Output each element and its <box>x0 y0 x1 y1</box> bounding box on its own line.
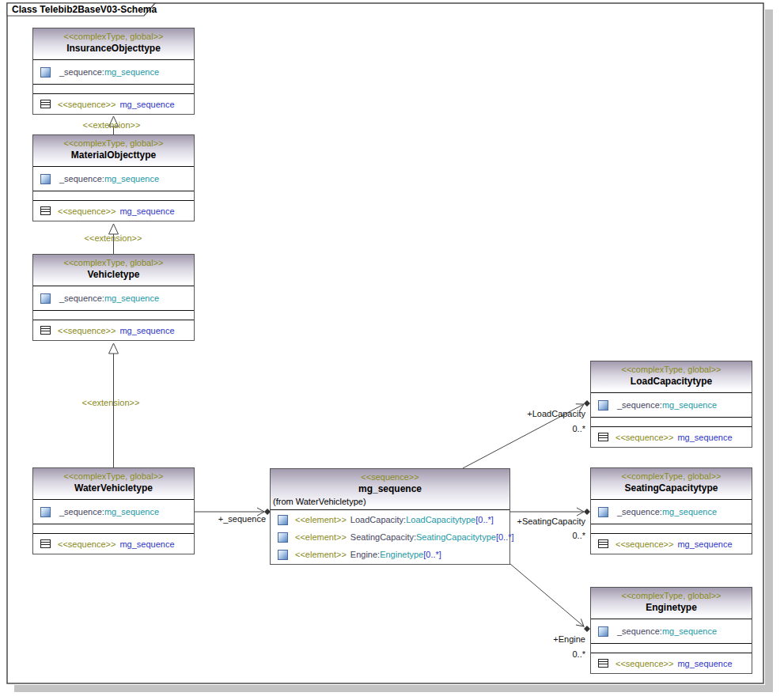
attribute-icon <box>598 400 608 411</box>
empty-compartment <box>33 191 194 201</box>
attribute-icon <box>40 174 51 184</box>
connector-association-engine[interactable]: +Engine 0..* <box>510 564 590 659</box>
association-line[interactable] <box>510 564 584 626</box>
role-label: +Engine <box>553 634 585 644</box>
operation-name: mg_sequence <box>677 539 732 549</box>
attribute-type: mg_sequence <box>104 174 159 184</box>
operation-stereotype: <<sequence>> <box>58 206 116 216</box>
attribute-type: mg_sequence <box>104 507 159 516</box>
empty-compartment <box>591 418 752 427</box>
from-label: (from WaterVehicletype) <box>271 496 509 508</box>
extension-label: <<extension>> <box>82 398 140 407</box>
class-box-enginetype[interactable]: <<complexType, global>> Enginetype _sequ… <box>590 587 752 674</box>
attribute-type: mg_sequence <box>662 626 717 636</box>
attribute-name: _sequence: <box>59 174 104 184</box>
class-box-seatingcapacitytype[interactable]: <<complexType, global>> SeatingCapacityt… <box>590 467 752 554</box>
stereotype-label: <<sequence>> <box>271 471 509 482</box>
element-icon <box>278 550 288 560</box>
attribute-name: _sequence: <box>59 507 104 516</box>
attribute-row: _sequence:mg_sequence <box>33 167 194 191</box>
operation-stereotype: <<sequence>> <box>615 659 673 668</box>
connector-association-seatingcapacity[interactable]: +SeatingCapacity 0..* <box>510 509 590 540</box>
connector-extension-watervehicle-vehicle[interactable]: <<extension>> <box>82 343 140 467</box>
class-box-watervehicletype[interactable]: <<complexType, global>> WaterVehicletype… <box>32 467 195 554</box>
operation-name: mg_sequence <box>677 659 732 668</box>
attribute-name: _sequence: <box>617 626 662 636</box>
element-name: SeatingCapacity: <box>350 532 416 542</box>
role-label: +_sequence <box>218 514 266 524</box>
attribute-row: _sequence:mg_sequence <box>33 286 194 311</box>
operations-icon <box>40 100 51 108</box>
class-header: <<complexType, global>> MaterialObjectty… <box>33 135 194 167</box>
class-header: <<complexType, global>> WaterVehicletype <box>33 468 194 500</box>
operation-stereotype: <<sequence>> <box>58 539 116 549</box>
connector-extension-vehicle-material[interactable]: <<extension>> <box>85 224 142 254</box>
operation-stereotype: <<sequence>> <box>58 326 116 335</box>
element-name: LoadCapacity: <box>350 515 406 524</box>
attribute-icon <box>598 507 608 517</box>
element-icon <box>278 532 288 543</box>
attribute-icon <box>40 67 51 78</box>
operations-icon <box>598 539 608 548</box>
connector-extension-material-insurance[interactable]: <<extension>> <box>83 116 141 134</box>
class-box-insuranceobjecttype[interactable]: <<complexType, global>> InsuranceObjectt… <box>32 28 195 115</box>
class-name: WaterVehicletype <box>33 482 194 495</box>
attribute-type: mg_sequence <box>104 67 159 77</box>
operations-icon <box>40 206 51 215</box>
containment-diamond-icon <box>584 626 590 632</box>
class-name: InsuranceObjecttype <box>33 42 194 55</box>
association-line[interactable] <box>463 404 584 468</box>
attribute-type: mg_sequence <box>662 400 717 410</box>
empty-compartment <box>33 311 194 320</box>
diagram-canvas: <<extension>> <<extension>> <<extension>… <box>0 0 784 700</box>
frame-shadow-bottom <box>14 685 773 692</box>
operation-stereotype: <<sequence>> <box>58 100 116 109</box>
class-header: <<complexType, global>> SeatingCapacityt… <box>591 468 752 500</box>
connector-association-sequence[interactable]: +_sequence <box>195 509 271 524</box>
stereotype-label: <<complexType, global>> <box>591 471 752 482</box>
operation-name: mg_sequence <box>119 100 174 109</box>
class-header: <<complexType, global>> LoadCapacitytype <box>591 361 752 393</box>
attribute-name: _sequence: <box>617 507 662 516</box>
class-box-loadcapacitytype[interactable]: <<complexType, global>> LoadCapacitytype… <box>590 361 752 448</box>
multiplicity-label: 0..* <box>572 424 585 433</box>
operation-name: mg_sequence <box>119 539 174 549</box>
operation-row: <<sequence>>mg_sequence <box>33 201 194 221</box>
class-box-vehicletype[interactable]: <<complexType, global>> Vehicletype _seq… <box>32 254 195 341</box>
element-row: <<element>>LoadCapacity:LoadCapacitytype… <box>271 511 509 528</box>
operation-name: mg_sequence <box>119 206 174 216</box>
element-icon <box>278 515 288 525</box>
element-stereotype: <<element>> <box>295 515 347 524</box>
class-name: mg_sequence <box>271 482 509 496</box>
element-type: SeatingCapacitytype <box>416 532 496 542</box>
connector-association-loadcapacity[interactable]: +LoadCapacity 0..* <box>463 400 590 468</box>
generalization-arrowhead-icon <box>109 224 119 234</box>
class-name: LoadCapacitytype <box>591 375 752 388</box>
operations-icon <box>598 433 608 441</box>
attribute-row: _sequence:mg_sequence <box>591 393 752 418</box>
class-header: <<complexType, global>> Enginetype <box>591 588 752 619</box>
element-multiplicity: [0..*] <box>423 550 441 559</box>
attribute-name: _sequence: <box>59 293 104 303</box>
multiplicity-label: 0..* <box>572 531 585 540</box>
extension-label: <<extension>> <box>85 233 142 243</box>
class-name: Enginetype <box>591 601 752 615</box>
generalization-arrowhead-icon <box>109 343 119 354</box>
class-box-mg-sequence[interactable]: <<sequence>> mg_sequence (from WaterVehi… <box>270 468 510 565</box>
empty-compartment <box>33 85 194 94</box>
extension-label: <<extension>> <box>83 120 141 130</box>
attribute-row: _sequence:mg_sequence <box>591 619 752 644</box>
operation-row: <<sequence>>mg_sequence <box>591 653 752 673</box>
operations-icon <box>598 659 608 668</box>
attribute-type: mg_sequence <box>104 293 159 303</box>
attribute-row: _sequence:mg_sequence <box>591 500 752 524</box>
operation-row: <<sequence>>mg_sequence <box>591 534 752 554</box>
stereotype-label: <<complexType, global>> <box>591 590 752 601</box>
class-header: <<sequence>> mg_sequence (from WaterVehi… <box>271 469 509 510</box>
operation-stereotype: <<sequence>> <box>615 433 673 442</box>
element-type: LoadCapacitytype <box>406 515 475 524</box>
element-row: <<element>>Engine:Enginetype[0..*] <box>271 546 509 563</box>
empty-compartment <box>591 524 752 534</box>
operation-stereotype: <<sequence>> <box>615 539 673 549</box>
class-box-materialobjecttype[interactable]: <<complexType, global>> MaterialObjectty… <box>32 134 195 221</box>
